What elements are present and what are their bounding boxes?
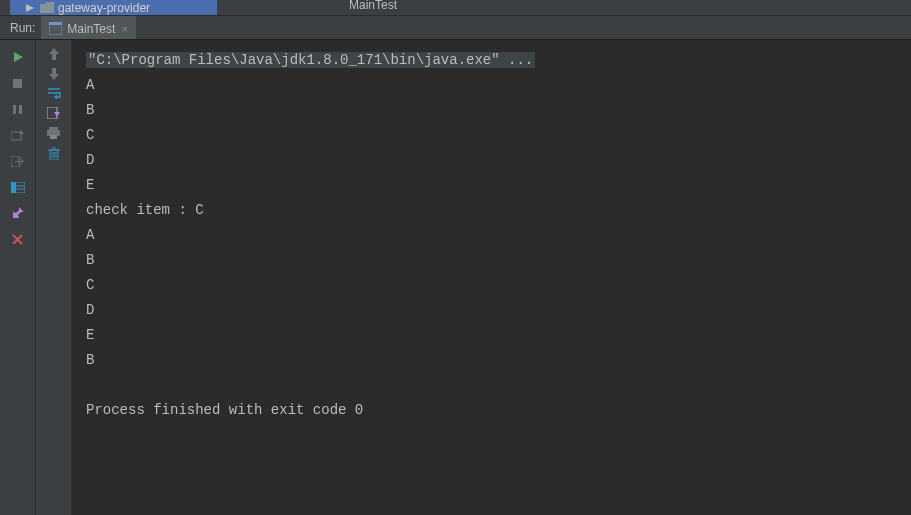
svg-marker-3 [14, 52, 23, 62]
console-line: C [86, 123, 911, 148]
clear-all-button[interactable] [48, 147, 60, 160]
top-strip: gateway-provider MainTest [0, 0, 911, 15]
close-tab-icon[interactable]: × [121, 23, 127, 35]
svg-rect-6 [19, 105, 22, 114]
layout-button[interactable] [7, 178, 29, 196]
console-line: A [86, 223, 911, 248]
rerun-button[interactable] [7, 48, 29, 66]
scroll-to-end-button[interactable] [47, 107, 60, 119]
pause-button[interactable] [7, 100, 29, 118]
console-line: E [86, 323, 911, 348]
svg-marker-8 [20, 130, 24, 134]
svg-marker-17 [54, 112, 60, 117]
console-line: B [86, 248, 911, 273]
svg-rect-20 [50, 135, 57, 139]
run-label: Run: [0, 21, 41, 35]
run-left-gutter-1 [0, 40, 36, 515]
stop-button[interactable] [7, 74, 29, 92]
application-icon [49, 22, 62, 35]
folder-icon [40, 2, 54, 13]
svg-rect-5 [13, 105, 16, 114]
console-command-line: "C:\Program Files\Java\jdk1.8.0_171\bin\… [86, 52, 535, 68]
soft-wrap-button[interactable] [47, 88, 61, 99]
run-config-tab[interactable]: MainTest × [41, 16, 135, 39]
project-name-label: gateway-provider [58, 1, 150, 15]
breadcrumb-file-label: MainTest [349, 0, 397, 12]
print-button[interactable] [47, 127, 60, 139]
run-left-gutter-2 [36, 40, 72, 515]
up-stack-button[interactable] [49, 48, 59, 60]
console-line [86, 373, 911, 398]
console-line: A [86, 73, 911, 98]
console-line: B [86, 98, 911, 123]
svg-marker-15 [49, 68, 59, 80]
svg-marker-0 [26, 4, 34, 12]
exit-button[interactable] [7, 152, 29, 170]
svg-rect-18 [49, 127, 58, 130]
console-line: C [86, 273, 911, 298]
svg-rect-4 [13, 79, 22, 88]
console-line: Process finished with exit code 0 [86, 398, 911, 423]
close-tool-button[interactable] [7, 230, 29, 248]
console-line: B [86, 348, 911, 373]
pin-button[interactable] [7, 204, 29, 222]
svg-rect-7 [11, 132, 21, 140]
console-line: check item : C [86, 198, 911, 223]
console-line: D [86, 298, 911, 323]
svg-rect-2 [49, 22, 62, 25]
project-tree-selected[interactable]: gateway-provider [10, 0, 217, 15]
run-tab-name: MainTest [67, 22, 115, 36]
dump-threads-button[interactable] [7, 126, 29, 144]
console-line: E [86, 173, 911, 198]
console-output[interactable]: "C:\Program Files\Java\jdk1.8.0_171\bin\… [72, 40, 911, 515]
run-tool-bar: Run: MainTest × [0, 15, 911, 40]
svg-marker-14 [49, 48, 59, 60]
down-stack-button[interactable] [49, 68, 59, 80]
run-tool-window: "C:\Program Files\Java\jdk1.8.0_171\bin\… [0, 40, 911, 515]
tree-expand-icon [26, 4, 34, 12]
console-line: D [86, 148, 911, 173]
svg-rect-11 [11, 182, 16, 193]
